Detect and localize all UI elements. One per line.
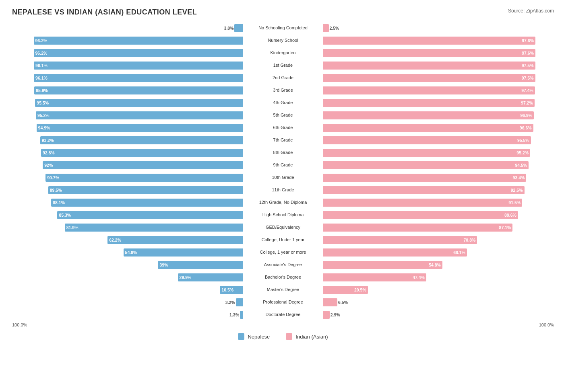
val-right-19: 54.8% <box>427 263 442 267</box>
bar-row: 10.5%Master's Degree20.5% <box>12 284 554 296</box>
val-left-13: 89.5% <box>48 188 64 193</box>
left-section-16: 81.9% <box>12 222 243 233</box>
legend-box-indian <box>286 333 292 340</box>
bar-left-2: 96.2% <box>34 49 243 57</box>
source-text: Source: ZipAtlas.com <box>508 8 554 14</box>
val-right-16: 87.1% <box>498 225 513 230</box>
bar-left-17: 62.2% <box>107 236 243 244</box>
left-section-18: 54.9% <box>12 247 243 258</box>
bar-left-9: 93.2% <box>40 136 243 144</box>
label-23: Doctorate Degree <box>243 312 323 317</box>
label-12: 10th Grade <box>243 175 323 180</box>
left-section-15: 85.3% <box>12 209 243 221</box>
val-left-15: 85.3% <box>57 213 72 218</box>
bar-left-4: 96.1% <box>34 74 243 82</box>
left-section-3: 96.1% <box>12 60 243 71</box>
val-left-outside-0: 3.8% <box>224 26 234 31</box>
left-section-23: 1.3% <box>12 309 243 320</box>
bar-row: 81.9%GED/Equivalency87.1% <box>12 222 554 233</box>
axis-right-label: 100.0% <box>539 322 554 327</box>
label-15: High School Diploma <box>243 212 323 218</box>
bar-row: 95.5%4th Grade97.2% <box>12 97 554 109</box>
legend: Nepalese Indian (Asian) <box>12 333 554 340</box>
val-right-5: 97.4% <box>520 88 535 93</box>
bar-row: 94.9%6th Grade96.6% <box>12 122 554 133</box>
left-section-6: 95.5% <box>12 97 243 109</box>
bar-right-10: 95.2% <box>323 149 530 157</box>
val-left-1: 96.2% <box>34 38 49 43</box>
val-right-12: 93.4% <box>511 175 527 180</box>
bar-left-8: 94.9% <box>37 124 243 132</box>
val-left-11: 92% <box>43 163 54 168</box>
val-right-2: 97.6% <box>520 51 535 55</box>
bar-left-10: 92.8% <box>41 149 243 157</box>
label-5: 3rd Grade <box>243 88 323 93</box>
left-section-10: 92.8% <box>12 147 243 158</box>
val-right-10: 95.2% <box>515 150 530 155</box>
label-22: Professional Degree <box>243 300 323 305</box>
val-right-4: 97.5% <box>520 76 535 80</box>
left-section-1: 96.2% <box>12 35 243 46</box>
bar-right-6: 97.2% <box>323 99 535 107</box>
legend-box-nepalese <box>238 333 244 340</box>
bar-left-19: 39% <box>158 261 243 269</box>
bar-left-6: 95.5% <box>35 99 243 107</box>
label-11: 9th Grade <box>243 162 323 168</box>
bar-row: 3.2%Professional Degree6.5% <box>12 297 554 308</box>
val-right-14: 91.5% <box>507 200 522 205</box>
right-section-8: 96.6% <box>323 122 554 133</box>
val-left-12: 90.7% <box>45 175 61 180</box>
val-left-2: 96.2% <box>34 51 49 55</box>
bar-right-7: 96.9% <box>323 111 534 119</box>
label-2: Kindergarten <box>243 50 323 55</box>
val-left-18: 54.9% <box>124 250 139 255</box>
left-section-21: 10.5% <box>12 284 243 296</box>
val-left-10: 92.8% <box>41 150 56 155</box>
val-left-3: 96.1% <box>34 63 49 68</box>
label-13: 11th Grade <box>243 187 323 193</box>
right-section-12: 93.4% <box>323 172 554 183</box>
label-16: GED/Equivalency <box>243 225 323 230</box>
bar-row: 96.1%2nd Grade97.5% <box>12 72 554 84</box>
left-section-11: 92% <box>12 160 243 171</box>
val-right-13: 92.5% <box>509 188 525 193</box>
left-section-19: 39% <box>12 259 243 271</box>
label-20: Bachelor's Degree <box>243 275 323 280</box>
chart-container: NEPALESE VS INDIAN (ASIAN) EDUCATION LEV… <box>0 0 566 360</box>
right-section-22: 6.5% <box>323 297 554 308</box>
val-left-4: 96.1% <box>34 76 49 80</box>
label-4: 2nd Grade <box>243 75 323 80</box>
bar-right-12: 93.4% <box>323 174 526 182</box>
bar-row: 88.1%12th Grade, No Diploma91.5% <box>12 197 554 208</box>
right-section-4: 97.5% <box>323 72 554 84</box>
bar-left-11: 92% <box>43 161 243 169</box>
val-left-5: 95.9% <box>34 88 50 93</box>
right-section-5: 97.4% <box>323 85 554 96</box>
label-17: College, Under 1 year <box>243 237 323 242</box>
bar-row: 93.2%7th Grade95.5% <box>12 135 554 146</box>
val-left-21: 10.5% <box>220 287 235 292</box>
axis-labels: 100.0% 100.0% <box>12 322 554 327</box>
bar-right-22 <box>323 298 337 306</box>
bar-right-8: 96.6% <box>323 124 533 132</box>
val-right-21: 20.5% <box>353 287 368 292</box>
right-section-9: 95.5% <box>323 135 554 146</box>
bar-row: 3.8%No Schooling Completed2.5% <box>12 23 554 34</box>
val-right-3: 97.5% <box>520 63 535 68</box>
bar-row: 95.9%3rd Grade97.4% <box>12 85 554 96</box>
bar-row: 96.2%Kindergarten97.6% <box>12 47 554 59</box>
bar-left-21: 10.5% <box>220 286 243 294</box>
val-left-14: 88.1% <box>51 200 66 205</box>
label-1: Nursery School <box>243 38 323 43</box>
bar-left-5: 95.9% <box>34 86 243 94</box>
bar-left-13: 89.5% <box>48 186 243 194</box>
bar-right-20: 47.4% <box>323 273 426 281</box>
val-left-19: 39% <box>158 263 169 267</box>
bar-right-19: 54.8% <box>323 261 442 269</box>
left-section-22: 3.2% <box>12 297 243 308</box>
bar-left-18: 54.9% <box>124 248 243 257</box>
right-section-23: 2.9% <box>323 309 554 320</box>
val-right-17: 70.8% <box>462 238 477 242</box>
right-section-20: 47.4% <box>323 272 554 283</box>
right-section-3: 97.5% <box>323 60 554 71</box>
